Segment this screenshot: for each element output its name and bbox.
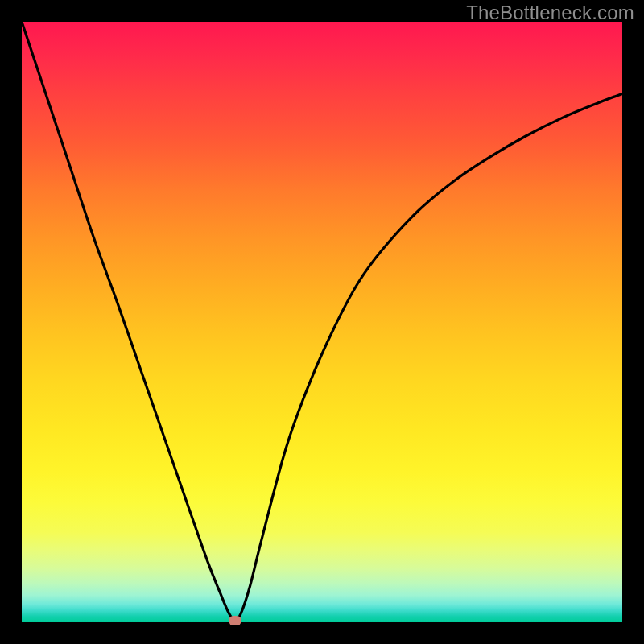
watermark-text: TheBottleneck.com <box>466 2 634 24</box>
curve-svg <box>22 22 622 622</box>
minimum-marker <box>229 616 242 625</box>
bottleneck-curve <box>22 22 622 621</box>
chart-frame: { "watermark": "TheBottleneck.com", "col… <box>0 0 644 644</box>
plot-area <box>22 22 622 622</box>
